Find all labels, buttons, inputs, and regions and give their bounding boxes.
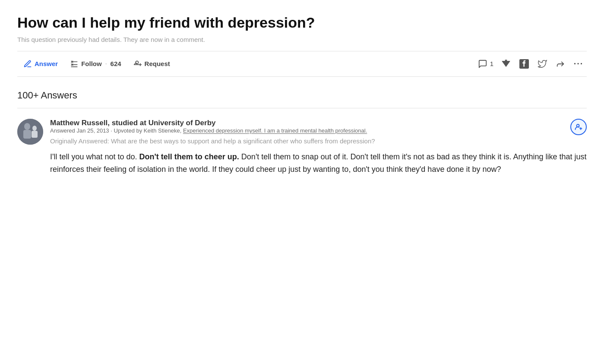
comment-button[interactable]: 1 xyxy=(475,56,496,72)
answers-count: 100+ Answers xyxy=(17,90,587,101)
answer-icon xyxy=(23,60,32,68)
answer-body: I'll tell you what not to do. Don't tell… xyxy=(50,151,587,176)
twitter-icon xyxy=(538,59,547,69)
upvote-prefix: · Upvoted by Keith Stieneke, xyxy=(111,127,181,134)
comment-count: 1 xyxy=(490,60,493,67)
answer-bold: Don't tell them to cheer up. xyxy=(139,152,239,161)
answer-content: Matthew Russell, studied at University o… xyxy=(50,119,587,176)
answer-date-line: Answered Jan 25, 2013 · Upvoted by Keith… xyxy=(50,127,367,134)
answer-button[interactable]: Answer xyxy=(17,57,64,71)
svg-marker-3 xyxy=(502,61,510,66)
downvote-button[interactable] xyxy=(498,56,514,72)
question-subtitle: This question previously had details. Th… xyxy=(17,36,587,43)
answer-author-name[interactable]: Matthew Russell, studied at University o… xyxy=(50,119,367,127)
answer-author-row: Matthew Russell, studied at University o… xyxy=(50,119,587,136)
comment-icon xyxy=(478,59,487,69)
facebook-share-button[interactable] xyxy=(516,56,532,72)
svg-point-7 xyxy=(24,123,30,130)
request-icon xyxy=(133,60,142,68)
action-bar: Answer Follow · 624 xyxy=(17,51,587,77)
more-label: ··· xyxy=(574,59,584,69)
svg-rect-10 xyxy=(32,131,38,138)
follow-author-button[interactable] xyxy=(570,119,587,135)
avatar-image xyxy=(17,119,43,145)
question-title: How can I help my friend with depression… xyxy=(17,14,587,32)
share-icon xyxy=(556,59,565,69)
follow-label: Follow xyxy=(81,60,102,67)
answers-section: 100+ Answers Matt xyxy=(17,90,587,176)
twitter-share-button[interactable] xyxy=(534,56,550,72)
downvote-icon xyxy=(501,59,511,69)
request-button[interactable]: Request xyxy=(127,57,176,71)
answer-date: Answered Jan 25, 2013 xyxy=(50,127,109,134)
svg-rect-4 xyxy=(505,60,507,61)
originally-answered: Originally Answered: What are the best w… xyxy=(50,137,587,145)
svg-point-9 xyxy=(32,126,37,131)
follow-icon xyxy=(70,60,79,68)
svg-rect-8 xyxy=(23,130,31,139)
social-actions: 1 xyxy=(475,56,587,72)
answer-card: Matthew Russell, studied at University o… xyxy=(17,119,587,176)
follow-dot: · xyxy=(105,60,107,67)
upvote-credential[interactable]: Experienced depression myself. I am a tr… xyxy=(183,127,367,134)
request-label: Request xyxy=(145,60,170,67)
follow-count: 624 xyxy=(111,60,121,67)
facebook-icon xyxy=(519,59,529,69)
avatar xyxy=(17,119,43,145)
more-button[interactable]: ··· xyxy=(570,56,587,72)
share-button[interactable] xyxy=(552,56,569,72)
follow-button[interactable]: Follow · 624 xyxy=(64,57,127,71)
answers-divider xyxy=(17,108,587,108)
answer-label: Answer xyxy=(35,60,58,67)
